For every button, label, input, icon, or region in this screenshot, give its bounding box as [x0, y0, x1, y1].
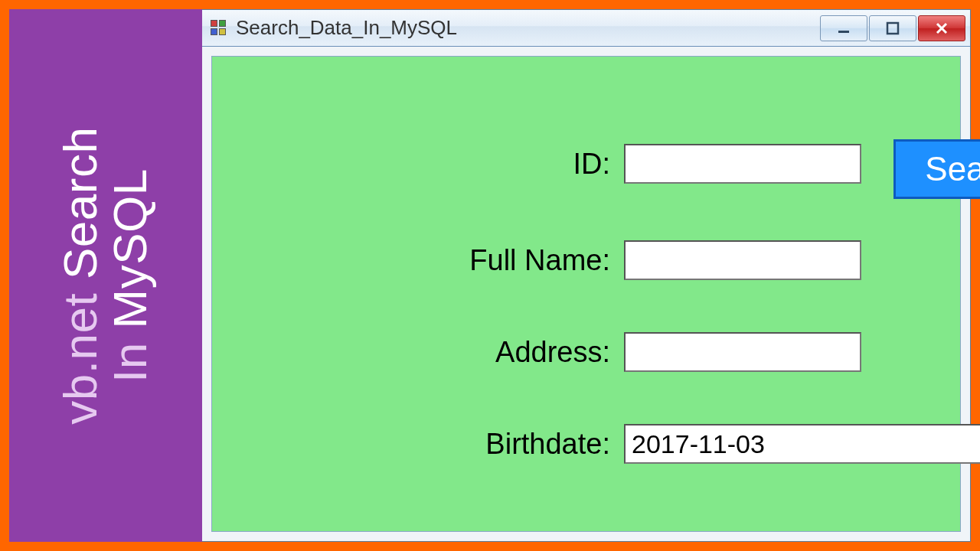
form-panel: ID: Search Full Name: Address: Birthdate…	[211, 56, 961, 532]
birthdate-field[interactable]: 2017-11-03	[624, 424, 980, 464]
minimize-button[interactable]	[820, 15, 867, 41]
birthdate-label: Birthdate:	[442, 428, 624, 461]
search-button[interactable]: Search	[893, 139, 980, 199]
maximize-icon	[884, 20, 901, 37]
window-title: Search_Data_In_MySQL	[236, 16, 457, 40]
banner-mysql-word: MySQL	[104, 168, 157, 328]
fullname-field[interactable]	[624, 240, 861, 280]
svg-rect-1	[887, 23, 898, 34]
id-field[interactable]	[624, 144, 861, 184]
titlebar[interactable]: Search_Data_In_MySQL	[202, 10, 970, 47]
outer-frame: vb.net Search In MySQL Search_Data_In_My…	[9, 9, 971, 542]
app-window: Search_Data_In_MySQL	[202, 9, 971, 542]
client-area: ID: Search Full Name: Address: Birthdate…	[202, 47, 970, 541]
banner-search-word: Search	[54, 126, 107, 279]
address-field[interactable]	[624, 332, 861, 372]
id-label: ID:	[442, 148, 624, 181]
side-banner: vb.net Search In MySQL	[9, 9, 202, 542]
fullname-label: Full Name:	[442, 244, 624, 277]
minimize-icon	[835, 20, 852, 37]
banner-vbnet: vb.net	[54, 293, 107, 425]
close-icon	[933, 20, 950, 37]
svg-rect-0	[838, 31, 849, 33]
banner-in-word: In	[104, 342, 157, 383]
birthdate-value: 2017-11-03	[632, 429, 765, 459]
maximize-button[interactable]	[869, 15, 916, 41]
close-button[interactable]	[918, 15, 965, 41]
app-icon	[210, 19, 228, 37]
address-label: Address:	[442, 336, 624, 369]
